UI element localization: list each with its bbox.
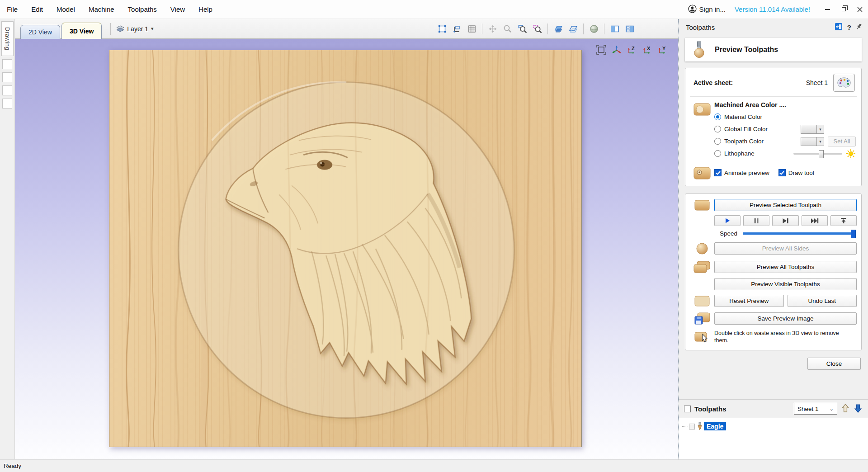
global-fill-color-dropdown[interactable]: ▾ <box>801 125 824 134</box>
tile-view-icon[interactable] <box>623 22 637 36</box>
zoom-window-icon[interactable] <box>515 22 529 36</box>
close-window-button[interactable] <box>852 3 868 16</box>
shaded-view-icon[interactable] <box>551 22 565 36</box>
menu-edit[interactable]: Edit <box>24 0 50 19</box>
preview-toolpaths-header: Preview Toolpaths <box>685 38 862 61</box>
menu-file[interactable]: File <box>0 0 24 19</box>
pin-icon[interactable] <box>856 23 863 31</box>
lithophane-radio[interactable] <box>714 150 721 157</box>
lithophane-slider[interactable] <box>793 153 842 155</box>
chevron-down-icon: ▾ <box>816 125 824 133</box>
drawing-tab[interactable]: Drawing <box>1 21 14 56</box>
grid-toggle-icon[interactable] <box>465 22 479 36</box>
separator <box>583 24 584 34</box>
global-fill-radio[interactable] <box>714 126 721 132</box>
guides-snap-icon[interactable] <box>450 22 464 36</box>
dock-panel-icon[interactable] <box>835 23 843 32</box>
preview-selected-icon <box>694 199 710 211</box>
sidebar-slot[interactable] <box>2 59 12 69</box>
remove-waste-icon <box>694 330 710 344</box>
restore-button[interactable] <box>835 3 852 16</box>
skip-to-top-button[interactable] <box>830 215 857 226</box>
iso-view-icon[interactable] <box>611 44 622 55</box>
pause-button[interactable] <box>743 215 769 226</box>
version-link[interactable]: Version 11.014 Available! <box>735 5 810 13</box>
radio-row-toolpath-color: Toolpath Color ▾ Set All <box>714 135 856 147</box>
help-icon[interactable]: ? <box>847 24 851 31</box>
material-color-radio[interactable] <box>714 113 721 120</box>
preview-all-sides-button[interactable]: Preview All Sides <box>714 242 857 255</box>
viewport-3d[interactable]: Z X Y <box>15 39 678 459</box>
wireframe-view-icon[interactable] <box>566 22 580 36</box>
menu-machine[interactable]: Machine <box>82 0 121 19</box>
sidebar-slot[interactable] <box>2 72 12 82</box>
move-up-button[interactable] <box>841 403 850 415</box>
play-button[interactable] <box>714 215 741 226</box>
check-icon <box>716 171 721 175</box>
toolpath-item-checkbox[interactable] <box>689 424 695 430</box>
chevron-down-icon: ⌄ <box>830 406 834 412</box>
menu-help[interactable]: Help <box>192 0 219 19</box>
speed-slider[interactable] <box>743 232 855 235</box>
view-orientation-bar: Z X Y <box>596 44 668 55</box>
toolpaths-visibility-checkbox[interactable] <box>684 406 691 412</box>
animate-preview-checkbox[interactable] <box>714 169 722 176</box>
menu-toolpaths[interactable]: Toolpaths <box>121 0 164 19</box>
undo-last-button[interactable]: Undo Last <box>788 295 857 307</box>
job-frame-icon[interactable] <box>435 22 449 36</box>
separator <box>482 24 482 34</box>
sun-icon <box>846 149 856 159</box>
animate-icon <box>693 166 711 180</box>
reset-preview-button[interactable]: Reset Preview <box>714 295 784 307</box>
skip-to-end-button[interactable] <box>802 215 828 226</box>
sign-in-button[interactable]: Sign in... <box>688 5 726 14</box>
move-down-button[interactable] <box>854 403 863 415</box>
split-view-icon[interactable] <box>608 22 622 36</box>
toolpath-color-dropdown[interactable]: ▾ <box>801 137 824 146</box>
toolpath-color-radio[interactable] <box>714 138 721 145</box>
menu-model[interactable]: Model <box>50 0 82 19</box>
active-sheet-label: Active sheet: <box>693 79 733 86</box>
fit-view-icon[interactable] <box>596 44 607 55</box>
axis-z-view-icon[interactable]: Z <box>627 45 637 55</box>
close-panel-button[interactable]: Close <box>807 358 861 370</box>
preview-visible-toolpaths-button[interactable]: Preview Visible Toolpaths <box>714 278 857 290</box>
pause-icon <box>754 218 759 224</box>
layer-label: Layer 1 <box>127 25 148 33</box>
tab-3d-view[interactable]: 3D View <box>61 23 102 39</box>
step-forward-button[interactable] <box>772 215 798 226</box>
arrow-down-icon <box>854 403 863 413</box>
machined-area-color-title: Machined Area Color .... <box>714 101 856 109</box>
menu-view[interactable]: View <box>164 0 192 19</box>
toolpath-list-title: Toolpaths <box>694 405 726 413</box>
sheet-color-button[interactable] <box>833 74 855 92</box>
sidebar-slot[interactable] <box>2 99 12 109</box>
status-bar: Ready <box>0 459 868 472</box>
chevron-down-icon: ▾ <box>151 26 154 32</box>
minimize-button[interactable] <box>819 3 835 16</box>
save-preview-image-button[interactable]: Save Preview Image <box>714 312 857 325</box>
sheet-filter-select[interactable]: Sheet 1 ⌄ <box>794 403 837 415</box>
toolpath-item-name[interactable]: Eagle <box>704 422 726 430</box>
zoom-extents-icon[interactable] <box>530 22 544 36</box>
sign-in-label: Sign in... <box>699 5 726 13</box>
set-all-button[interactable]: Set All <box>828 137 856 146</box>
active-sheet-value: Sheet 1 <box>806 79 828 86</box>
toolpath-color-label: Toolpath Color <box>724 138 764 145</box>
color-swatch <box>801 125 816 133</box>
preview-all-toolpaths-button[interactable]: Preview All Toolpaths <box>714 261 857 273</box>
pan-view-icon[interactable] <box>486 22 500 36</box>
axis-y-view-icon[interactable]: Y <box>657 45 668 55</box>
preview-selected-toolpath-button[interactable]: Preview Selected Toolpath <box>714 199 857 211</box>
material-color-icon <box>693 102 711 117</box>
toolpath-list-section: Toolpaths Sheet 1 ⌄ Eagle <box>679 399 868 459</box>
layer-selector[interactable]: Layer 1 ▾ <box>114 25 155 33</box>
material-visibility-icon[interactable] <box>587 22 601 36</box>
zoom-tool-icon[interactable] <box>500 22 514 36</box>
axis-x-view-icon[interactable]: X <box>642 45 653 55</box>
draw-tool-checkbox[interactable] <box>778 169 786 176</box>
sidebar-slot[interactable] <box>2 85 12 95</box>
separator <box>110 23 111 35</box>
svg-text:X: X <box>647 46 651 51</box>
tab-2d-view[interactable]: 2D View <box>20 25 60 39</box>
